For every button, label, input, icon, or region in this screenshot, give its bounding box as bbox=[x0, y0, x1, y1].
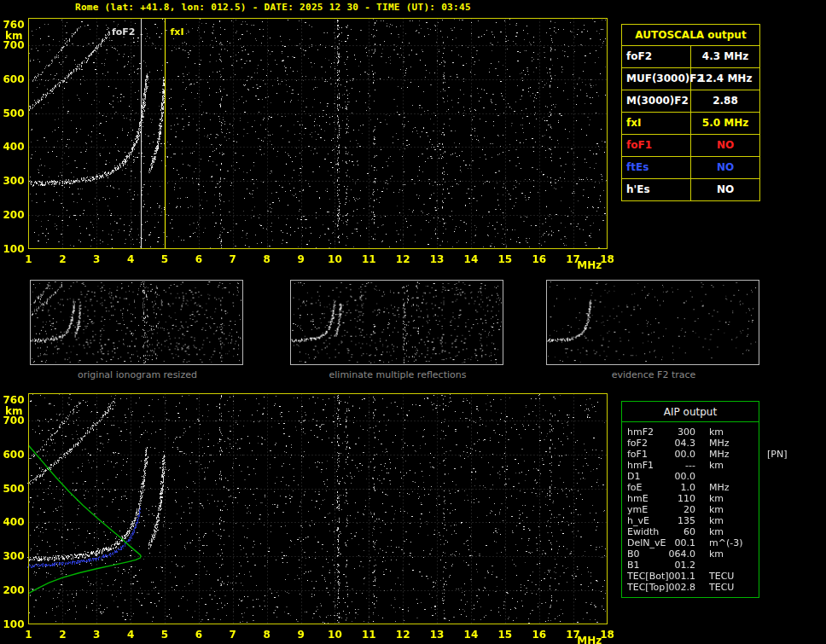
parameter-label: hmF2 bbox=[622, 426, 668, 438]
parameter-value: 110 bbox=[668, 493, 695, 504]
thumbnail-caption: original ionogram resized bbox=[30, 369, 245, 380]
parameter-value: NO bbox=[691, 135, 759, 156]
parameter-label: foF2 bbox=[622, 46, 691, 67]
aip-row: foF100.0MHz[PN] bbox=[622, 449, 759, 460]
thumbnail-original-ionogram bbox=[30, 280, 243, 365]
aip-row: B101.2 bbox=[622, 560, 759, 571]
autoscala-table-body: foF24.3 MHzMUF(3000)F212.4 MHzM(3000)F22… bbox=[622, 46, 759, 200]
parameter-label: h'Es bbox=[622, 179, 691, 200]
aip-row: foF204.3MHz bbox=[622, 438, 759, 449]
aip-output-table: AIP output hmF2300kmfoF204.3MHzfoF100.0M… bbox=[621, 401, 759, 598]
parameter-unit: km bbox=[709, 460, 724, 471]
aip-row: TEC[Top]002.8TECU bbox=[622, 582, 759, 593]
parameter-value: 04.3 bbox=[668, 438, 695, 449]
parameter-label: Ewidth bbox=[622, 526, 668, 537]
aip-row: hmE110km bbox=[622, 493, 759, 504]
aip-row: TEC[Bot]001.1TECU bbox=[622, 571, 759, 582]
parameter-value: 00.0 bbox=[668, 471, 695, 482]
aip-row: foE1.0MHz bbox=[622, 482, 759, 493]
thumbnail-multiple-reflections-removed bbox=[290, 280, 503, 365]
autoscala-row: MUF(3000)F212.4 MHz bbox=[622, 68, 759, 90]
autoscala-app-window: Rome (lat: +41.8, lon: 012.5) - DATE: 20… bbox=[0, 0, 826, 644]
parameter-label: foF1 bbox=[622, 449, 668, 460]
parameter-value: 002.8 bbox=[668, 582, 695, 593]
parameter-label: fxI bbox=[622, 113, 691, 134]
aip-row: DelN_vE00.1m^(-3) bbox=[622, 537, 759, 548]
autoscala-table-title: AUTOSCALA output bbox=[622, 25, 759, 46]
parameter-value: NO bbox=[691, 157, 759, 178]
thumbnail-caption: eliminate multiple reflections bbox=[290, 369, 505, 380]
parameter-label: TEC[Top] bbox=[622, 582, 668, 593]
parameter-value: 20 bbox=[668, 504, 695, 515]
parameter-value: 00.0 bbox=[668, 449, 695, 460]
autoscala-row: foF1NO bbox=[622, 135, 759, 157]
autoscala-output-table: AUTOSCALA output foF24.3 MHzMUF(3000)F21… bbox=[621, 24, 760, 201]
parameter-value: --- bbox=[668, 460, 695, 471]
parameter-unit: MHz bbox=[709, 449, 730, 460]
parameter-label: M(3000)F2 bbox=[622, 90, 691, 112]
parameter-value: 064.0 bbox=[668, 548, 695, 560]
parameter-flag: [PN] bbox=[767, 449, 787, 460]
parameter-value: 2.88 bbox=[691, 90, 759, 112]
aip-row: Ewidth60km bbox=[622, 526, 759, 537]
parameter-value: 1.0 bbox=[668, 482, 695, 493]
aip-row: h_vE135km bbox=[622, 515, 759, 526]
recorded-ionogram-chart bbox=[0, 12, 623, 271]
parameter-label: B0 bbox=[622, 548, 668, 560]
aip-row: ymE20km bbox=[622, 504, 759, 515]
parameter-unit: km bbox=[709, 515, 724, 526]
parameter-label: hmE bbox=[622, 493, 668, 504]
parameter-label: foF1 bbox=[622, 135, 691, 156]
parameter-label: foE bbox=[622, 482, 668, 493]
parameter-label: MUF(3000)F2 bbox=[622, 68, 691, 90]
parameter-unit: m^(-3) bbox=[709, 537, 742, 548]
autoscala-row: M(3000)F22.88 bbox=[622, 90, 759, 113]
parameter-value: 300 bbox=[668, 426, 695, 438]
parameter-value: 135 bbox=[668, 515, 695, 526]
parameter-unit: MHz bbox=[709, 438, 730, 449]
parameter-value: 01.2 bbox=[668, 560, 695, 571]
parameter-unit: km bbox=[709, 493, 724, 504]
parameter-value: 001.1 bbox=[668, 571, 695, 582]
parameter-value: 00.1 bbox=[668, 537, 695, 548]
parameter-unit: km bbox=[709, 426, 724, 438]
parameter-unit: TECU bbox=[709, 571, 734, 582]
aip-row: B0064.0km bbox=[622, 548, 759, 560]
parameter-label: foF2 bbox=[622, 438, 668, 449]
autoscala-row: fxI5.0 MHz bbox=[622, 113, 759, 135]
parameter-value: NO bbox=[691, 179, 759, 200]
aip-table-title: AIP output bbox=[622, 402, 759, 422]
restored-ionogram-chart bbox=[0, 387, 623, 644]
parameter-unit: km bbox=[709, 504, 724, 515]
parameter-value: 60 bbox=[668, 526, 695, 537]
aip-row: hmF2300km bbox=[622, 426, 759, 438]
parameter-label: hmF1 bbox=[622, 460, 668, 471]
parameter-value: 12.4 MHz bbox=[691, 68, 759, 90]
parameter-label: ymE bbox=[622, 504, 668, 515]
autoscala-row: foF24.3 MHz bbox=[622, 46, 759, 68]
parameter-unit: km bbox=[709, 526, 724, 537]
aip-table-body: hmF2300kmfoF204.3MHzfoF100.0MHz[PN]hmF1-… bbox=[622, 426, 759, 593]
thumbnail-f2-trace-evidence bbox=[546, 280, 759, 365]
parameter-unit: TECU bbox=[709, 582, 734, 593]
parameter-label: h_vE bbox=[622, 515, 668, 526]
parameter-unit: MHz bbox=[709, 482, 730, 493]
parameter-value: 5.0 MHz bbox=[691, 113, 759, 134]
aip-row: hmF1---km bbox=[622, 460, 759, 471]
aip-row: D100.0 bbox=[622, 471, 759, 482]
parameter-value: 4.3 MHz bbox=[691, 46, 759, 67]
parameter-label: DelN_vE bbox=[622, 537, 668, 548]
parameter-label: ftEs bbox=[622, 157, 691, 178]
parameter-label: B1 bbox=[622, 560, 668, 571]
parameter-label: D1 bbox=[622, 471, 668, 482]
autoscala-row: h'EsNO bbox=[622, 179, 759, 200]
autoscala-row: ftEsNO bbox=[622, 157, 759, 179]
parameter-label: TEC[Bot] bbox=[622, 571, 668, 582]
thumbnail-caption: evidence F2 trace bbox=[546, 369, 761, 380]
parameter-unit: km bbox=[709, 548, 724, 560]
